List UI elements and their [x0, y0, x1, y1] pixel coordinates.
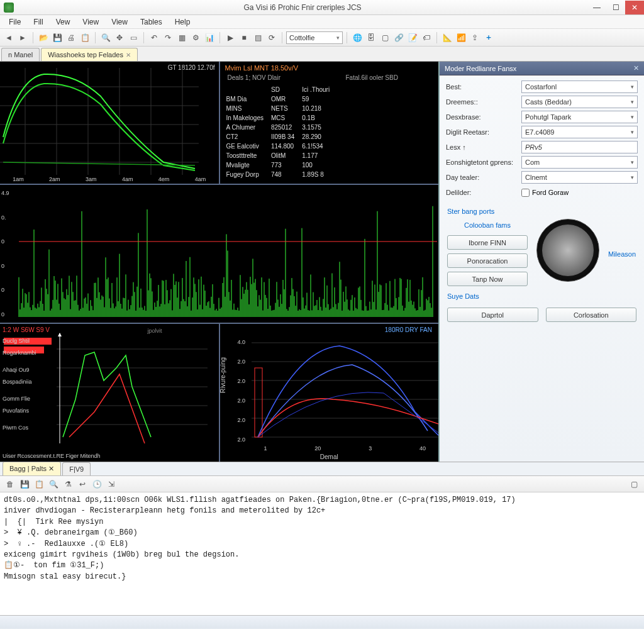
- tool-tag-icon[interactable]: 🏷: [420, 31, 433, 44]
- log-clear-icon[interactable]: 🗑: [4, 478, 16, 491]
- tool-globe-icon[interactable]: 🌐: [351, 31, 364, 44]
- field-eonsh[interactable]: Com: [521, 156, 638, 169]
- menu-vew[interactable]: Vew: [50, 16, 77, 28]
- btn-corlosation[interactable]: Corlosation: [546, 308, 637, 322]
- tool-copy-icon[interactable]: 📋: [79, 31, 91, 44]
- properties-panel: Moder Redlianre Fansx✕ Best:Costarfonl D…: [440, 62, 644, 462]
- menu-help[interactable]: Help: [169, 16, 197, 28]
- tool-table-icon[interactable]: ▤: [252, 31, 264, 44]
- tool-grid-icon[interactable]: ▦: [175, 31, 188, 44]
- close-button[interactable]: ✕: [625, 1, 644, 14]
- tool-zoom-icon[interactable]: 🔍: [99, 31, 112, 44]
- chart-envelope[interactable]: GT 18120 12.70f 1am: [0, 62, 220, 184]
- group-hdr: Colooban fams: [447, 221, 528, 229]
- tool-fwd-icon[interactable]: ►: [16, 31, 29, 44]
- tool-note-icon[interactable]: 📝: [406, 31, 419, 44]
- tool-link-icon[interactable]: 🔗: [392, 31, 405, 44]
- chart-signals[interactable]: 1:2 W S6W S9 V jpolvit Duclg: [0, 324, 220, 462]
- btn-daprtol[interactable]: Daprtol: [447, 308, 538, 322]
- tool-open-icon[interactable]: 📂: [37, 31, 50, 44]
- chart-spectrum[interactable]: 4.9 0. 0 0 0 0: [0, 185, 438, 324]
- log-max-icon[interactable]: ▢: [628, 478, 640, 491]
- maximize-button[interactable]: ☐: [606, 1, 625, 14]
- tool-back-icon[interactable]: ◄: [3, 31, 15, 44]
- log-tab2[interactable]: F|V9: [62, 462, 91, 475]
- panel-header: Moder Redlianre Fansx✕: [440, 62, 644, 75]
- field-dreemes[interactable]: Casts (Beddar): [521, 96, 638, 108]
- tool-print-icon[interactable]: 🖨: [65, 31, 77, 44]
- tool-run-icon[interactable]: ▶: [224, 31, 236, 44]
- log-time-icon[interactable]: 🕒: [91, 478, 103, 491]
- btn-iborne[interactable]: Iborne FINN: [447, 235, 528, 250]
- tool-select-icon[interactable]: ▭: [127, 31, 140, 44]
- tool-redo-icon[interactable]: ↷: [162, 31, 174, 44]
- field-delilder[interactable]: Ford Goraw: [521, 189, 569, 197]
- tool-up-icon[interactable]: ⇪: [469, 31, 481, 44]
- chart-data-table[interactable]: Mvim Lsl MNT 18.50v/V Deals 1; NOV Dlair…: [220, 62, 439, 184]
- link-ster-bang[interactable]: Ster bang ports: [440, 204, 644, 219]
- thumb-caption[interactable]: Mileason: [608, 250, 636, 258]
- btn-ponoracation[interactable]: Ponoracation: [447, 253, 528, 268]
- field-diglit[interactable]: E7.c4089: [521, 126, 638, 138]
- tool-meas-icon[interactable]: 📐: [441, 31, 453, 44]
- field-best[interactable]: Costarfonl: [521, 80, 638, 93]
- tool-chart-icon[interactable]: 📊: [203, 31, 216, 44]
- fan-thumbnail: [536, 219, 599, 282]
- tool-plus-icon[interactable]: ＋: [482, 31, 495, 44]
- readout-table: SDIci .Thouri BM DiaOMR59 MINSNETS10.218…: [225, 84, 338, 180]
- app-icon: [4, 3, 14, 13]
- tool-ref-icon[interactable]: ⟳: [265, 31, 278, 44]
- log-find-icon[interactable]: 🔍: [47, 478, 60, 491]
- svg-rect-355: [255, 368, 262, 437]
- field-desxbrase[interactable]: Pohutgl Tapark: [521, 111, 638, 123]
- chart-canvas: GT 18120 12.70f 1am: [0, 62, 440, 462]
- log-filter-icon[interactable]: ⚗: [62, 478, 74, 491]
- document-tabs: n Manel Wiasshoeks tep Felades✕: [0, 47, 644, 62]
- chart-fan-curves[interactable]: 180R0 DRY FAN 4.0 2.0 2.0: [220, 324, 439, 462]
- tool-bar-icon[interactable]: 📶: [455, 31, 467, 44]
- menubar: File Fill Vew View View Tables Help: [0, 15, 644, 29]
- log-ex-icon[interactable]: ⇲: [105, 478, 118, 491]
- btn-tanp-now[interactable]: Tanp Now: [447, 272, 528, 286]
- titlebar: Ga Visi i6 Prohic Fnir creriples JCS — ☐…: [0, 0, 644, 15]
- statusbar: [0, 615, 644, 629]
- tool-save-icon[interactable]: 💾: [51, 31, 64, 44]
- tool-form-icon[interactable]: ▢: [379, 31, 391, 44]
- menu-view[interactable]: View: [76, 16, 105, 28]
- table-hdr: Mvim Lsl MNT 18.50v/V: [225, 64, 299, 72]
- field-daytealer[interactable]: Clnemt: [521, 171, 638, 184]
- log-copy-icon[interactable]: 📋: [33, 478, 45, 491]
- link-suye-dats[interactable]: Suye Dats: [440, 289, 644, 304]
- tab-manel[interactable]: n Manel: [1, 48, 40, 61]
- log-wrap-icon[interactable]: ↩: [76, 478, 89, 491]
- tab-close-icon[interactable]: ✕: [126, 52, 131, 58]
- tool-db-icon[interactable]: 🗄: [365, 31, 377, 44]
- tab-wiasshoeks[interactable]: Wiasshoeks tep Felades✕: [41, 48, 138, 61]
- main-toolbar: ◄ ► 📂 💾 🖨 📋 🔍 ✥ ▭ ↶ ↷ ▦ ⚙ 📊 ▶ ■ ▤ ⟳ Cott…: [0, 29, 644, 47]
- tool-pan-icon[interactable]: ✥: [113, 31, 126, 44]
- menu-view2[interactable]: View: [105, 16, 134, 28]
- minimize-button[interactable]: —: [587, 1, 606, 14]
- log-tab[interactable]: Bagg | Palts ✕: [3, 462, 61, 475]
- window-title: Ga Visi i6 Prohic Fnir creriples JCS: [18, 3, 587, 12]
- menu-fill[interactable]: Fill: [27, 16, 49, 28]
- panel-close-icon[interactable]: ✕: [633, 64, 639, 72]
- toolbar-combo[interactable]: Cottolfie: [286, 31, 343, 44]
- menu-file[interactable]: File: [3, 16, 27, 28]
- field-lesx[interactable]: PRv5: [521, 141, 638, 153]
- tool-cfg-icon[interactable]: ⚙: [189, 31, 202, 44]
- log-toolbar: 🗑 💾 📋 🔍 ⚗ ↩ 🕒 ⇲ ▢: [0, 476, 644, 492]
- tool-stop-icon[interactable]: ■: [238, 31, 250, 44]
- tool-undo-icon[interactable]: ↶: [148, 31, 160, 44]
- menu-tables[interactable]: Tables: [134, 16, 169, 28]
- log-panel: Bagg | Palts ✕ F|V9 🗑 💾 📋 🔍 ⚗ ↩ 🕒 ⇲ ▢ dt…: [0, 462, 644, 629]
- log-output[interactable]: dt0s.o0.,Mxthtnal dps,1i:00scn O06k WLS1…: [0, 492, 644, 615]
- log-save-icon[interactable]: 💾: [18, 478, 31, 491]
